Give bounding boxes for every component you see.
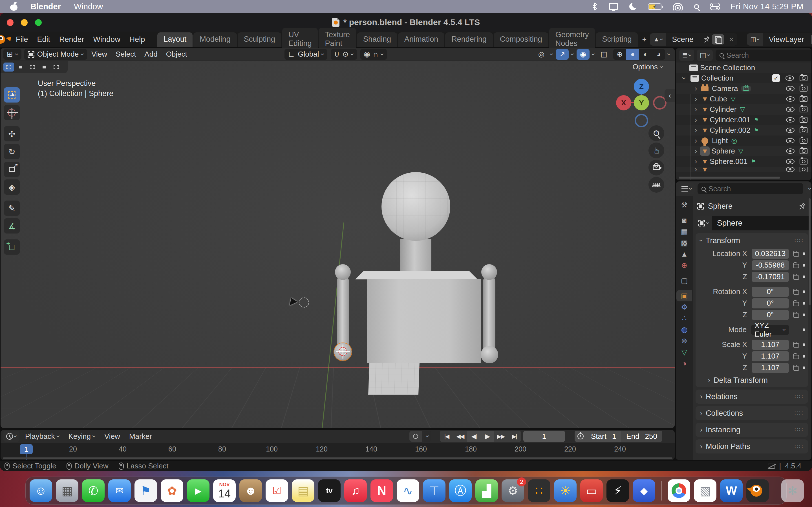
chevron-collapsed-icon[interactable]: › (692, 84, 700, 93)
pin-icon[interactable] (703, 36, 711, 43)
dock-calendar[interactable]: NOV14 (213, 480, 236, 502)
menubar-clock[interactable]: Fri Nov 14 5:29 PM (730, 2, 804, 11)
properties-options-button[interactable]: › (806, 183, 811, 194)
start-frame-field[interactable]: Start 1 (586, 431, 621, 442)
outliner-row-cube[interactable]: › ▼ Cube ▽ (676, 94, 811, 104)
chevron-collapsed-icon[interactable]: › (692, 147, 700, 156)
transform-orientation-dropdown[interactable]: ∟ Global › (285, 49, 327, 60)
gizmo-axis-x[interactable]: X (616, 95, 631, 110)
chevron-collapsed-icon[interactable]: › (692, 126, 700, 135)
animate-dot-icon[interactable] (803, 290, 805, 293)
pin-icon[interactable] (798, 202, 806, 210)
outliner-row-camera[interactable]: › Camera (676, 83, 811, 94)
spotlight-icon[interactable] (694, 4, 699, 9)
tab-rendering[interactable]: Rendering (445, 33, 493, 47)
navigation-gizmo[interactable]: Z X Y (615, 76, 669, 129)
dock-apple-tv[interactable]: tv (318, 480, 341, 502)
rotation-y-field[interactable]: 0° (752, 298, 789, 308)
render-visibility-icon[interactable] (800, 117, 808, 123)
menu-edit[interactable]: Edit (33, 35, 55, 44)
dock-app-store[interactable]: Ⓐ (449, 480, 472, 502)
model-hand-right[interactable] (481, 346, 498, 363)
tool-scale[interactable] (4, 162, 20, 177)
auto-keyframe-button[interactable] (409, 431, 422, 442)
properties-search-input[interactable] (709, 185, 799, 193)
menu-help[interactable]: Help (125, 35, 150, 44)
collection-checkbox[interactable]: ✓ (772, 74, 780, 82)
outliner-row-collection[interactable]: › Collection ✓ (676, 73, 811, 83)
select-mode-invert-button[interactable] (39, 62, 50, 71)
xray-toggle[interactable]: ◫ (598, 49, 610, 60)
tool-cursor[interactable] (4, 105, 20, 120)
playhead-line[interactable] (26, 454, 27, 460)
render-visibility-icon[interactable] (800, 138, 808, 144)
playhead-frame-badge[interactable]: 1 (20, 444, 33, 454)
animate-dot-icon[interactable] (803, 302, 805, 305)
animate-dot-icon[interactable] (803, 264, 805, 267)
hide-eye-icon[interactable] (786, 117, 795, 122)
dock-messages[interactable]: ✆ (82, 480, 105, 502)
model-arm-left[interactable] (337, 276, 349, 353)
select-mode-set-button[interactable] (3, 62, 14, 71)
animate-dot-icon[interactable] (803, 343, 805, 346)
tab-scripting[interactable]: Scripting (596, 33, 638, 47)
window-titlebar[interactable]: * person.blend - Blender 4.5.4 LTS (0, 13, 812, 32)
tool-transform[interactable]: ◈ (4, 179, 20, 194)
tab-texture-paint[interactable]: Texture Paint (319, 28, 356, 51)
timeline-ruler[interactable]: 1 20 40 60 80 100 120 140 160 180 200 22… (1, 443, 675, 460)
minimize-window-button[interactable] (21, 19, 28, 26)
timeline-editor-type-button[interactable]: › (3, 431, 19, 442)
play-button[interactable]: ▶ (480, 431, 494, 442)
viewport-menu-view[interactable]: View (87, 50, 111, 59)
viewport-menu-object[interactable]: Object (162, 50, 192, 59)
tab-object-data[interactable]: ▽ (677, 346, 692, 358)
rotation-z-field[interactable]: 0° (752, 310, 789, 320)
model-arm-right[interactable] (483, 276, 495, 353)
timeline-scrollbar[interactable] (3, 457, 672, 459)
model-shoulder-bar[interactable] (351, 271, 481, 279)
tab-constraints[interactable]: ⊛ (677, 335, 692, 346)
tab-compositing[interactable]: Compositing (494, 33, 548, 47)
properties-scrollbar[interactable] (809, 198, 811, 305)
outliner-row-sphere-001[interactable]: › ▼ Sphere.001 ⚑ (676, 156, 811, 167)
tab-scene[interactable]: ▲ (677, 248, 692, 260)
tab-output[interactable]: ▦ (677, 226, 692, 237)
dock-facetime[interactable]: ▶ (187, 480, 209, 502)
outliner-row-light[interactable]: › Light ◎ (676, 135, 811, 146)
camera-view-button[interactable] (649, 160, 664, 175)
dock-reminders[interactable]: ☑ (266, 480, 288, 502)
viewport-menu-select[interactable]: Select (111, 50, 140, 59)
hide-eye-icon[interactable] (786, 86, 795, 91)
pan-button[interactable]: ☞ (649, 143, 664, 158)
scale-x-field[interactable]: 1.107 (752, 340, 789, 350)
tab-modeling[interactable]: Modeling (193, 33, 237, 47)
viewlayer-browse-button[interactable]: ◫› (747, 33, 763, 46)
tab-layout[interactable]: Layout (157, 33, 193, 47)
collections-panel[interactable]: › Collections ∷∷ (696, 406, 808, 420)
tool-add-cube[interactable]: □ (4, 239, 20, 255)
outliner-horizontal-scrollbar[interactable] (679, 177, 780, 179)
location-z-field[interactable]: -0.17091 (752, 272, 789, 282)
viewport-3d[interactable]: ⊞› Object Mode › View Select Add Object … (1, 48, 675, 428)
dock-blender[interactable] (746, 480, 769, 502)
menubar-app-name[interactable]: Blender (31, 2, 61, 11)
object-name-input[interactable] (712, 216, 811, 230)
dock-system-settings[interactable]: ⚙2 (502, 480, 524, 502)
dock-finder[interactable]: ☺ (30, 480, 52, 502)
rotation-x-field[interactable]: 0° (752, 287, 789, 297)
properties-editor-type-button[interactable]: › (679, 183, 695, 194)
render-visibility-icon[interactable] (800, 148, 808, 154)
animate-dot-icon[interactable] (803, 314, 805, 316)
perspective-toggle-button[interactable] (649, 177, 664, 193)
outliner-row-clipped[interactable]: › ▼ (676, 167, 811, 172)
dock-music[interactable]: ♫ (344, 480, 367, 502)
object-id-browse-button[interactable]: › (696, 216, 712, 230)
motion-paths-panel[interactable]: › Motion Paths ∷∷ (696, 439, 808, 453)
sidebar-collapse-tab[interactable]: ‹ (665, 89, 675, 102)
gizmos-toggle[interactable]: ↗ (556, 49, 569, 60)
outliner-row-cylinder[interactable]: › ▼ Cylinder ▽ (676, 104, 811, 115)
tab-particles[interactable]: ∴ (677, 313, 692, 324)
delta-transform-row[interactable]: › Delta Transform (696, 374, 808, 387)
menu-file[interactable]: File (11, 35, 33, 44)
tab-animation[interactable]: Animation (398, 33, 444, 47)
